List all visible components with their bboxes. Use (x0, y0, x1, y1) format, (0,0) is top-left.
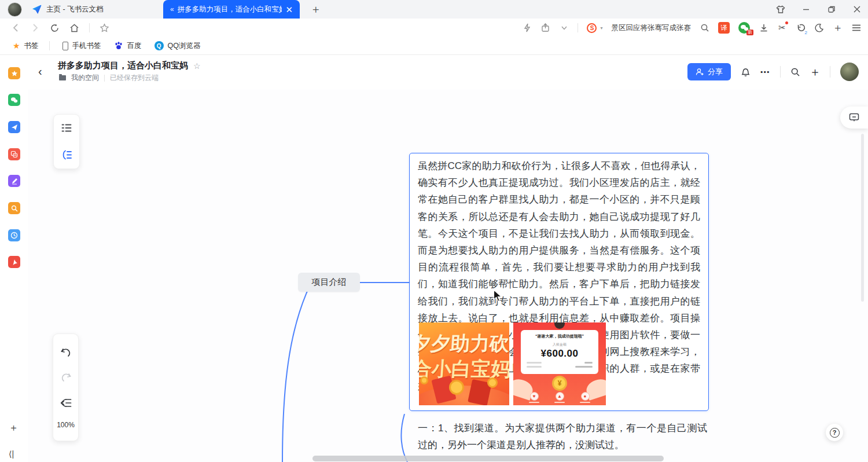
payment-amount-label: 入账金额 (521, 342, 598, 347)
redo-button[interactable] (59, 371, 73, 384)
mindmap-canvas[interactable]: 100% 项目介绍 虽然拼CC家的助力和砍价行为，让很多人不喜欢，但也得承认，确… (28, 90, 868, 462)
wechat-plugin-icon[interactable]: 新 (738, 22, 750, 34)
add-panel-icon[interactable]: ＋ (833, 23, 843, 33)
feishu-docs-favicon (32, 5, 42, 14)
translate-app-icon[interactable]: A (8, 148, 20, 160)
comment-icon (849, 113, 859, 122)
outline-view-button[interactable] (60, 121, 73, 135)
bookmark-folder-main[interactable]: ★ 书签 (13, 41, 39, 51)
bookmark-star-icon[interactable] (100, 23, 109, 33)
main-content-node[interactable]: 虽然拼CC家的助力和砍价行为，让很多人不喜欢，但也得承认，确实有不少人也真正提现… (409, 153, 709, 411)
sogou-search-logo[interactable]: S (587, 23, 597, 33)
payment-amount: ¥600.00 (521, 348, 598, 360)
baidu-paw-icon (114, 41, 123, 50)
help-button[interactable]: ? (826, 424, 843, 441)
screenshot-scissors-icon[interactable]: ✂ (777, 23, 787, 33)
minimize-icon[interactable] (801, 4, 811, 14)
restore-window-icon[interactable] (826, 4, 837, 14)
share-page-icon[interactable] (540, 23, 550, 33)
share-person-icon (696, 68, 704, 76)
chevron-down-icon[interactable] (559, 23, 569, 33)
window-controls (775, 0, 862, 19)
favorite-star-icon[interactable]: ☆ (193, 61, 201, 71)
history-undo-icon[interactable]: 2 (796, 23, 806, 33)
breadcrumb-space[interactable]: 我的空间 (71, 73, 99, 83)
history-app-icon[interactable] (8, 229, 20, 241)
save-status: 已经保存到云端 (110, 73, 159, 83)
search-engine-dropdown-icon[interactable]: ▾ (600, 25, 602, 31)
star-icon: ★ (13, 41, 20, 50)
browser-toolbar: S ▾ 景区回应将张骞写成张赛 译 新 ✂ 2 (0, 19, 868, 37)
favorites-app-icon[interactable] (8, 67, 20, 79)
qq-browser-icon: Q (155, 41, 164, 50)
doc-back-button[interactable]: ‹ (38, 65, 42, 78)
folder-icon (59, 75, 66, 80)
wechat-app-icon[interactable] (8, 94, 20, 106)
tab-title: 主页 - 飞书云文档 (46, 5, 104, 14)
bottom-progress-bar[interactable] (312, 456, 664, 461)
node-images-row: 夕夕助力砍 合小白宝妈 “谢谢大家，我成功提现啦” 入账金额 ¥600.00 (419, 322, 606, 405)
notifications-bell-icon[interactable] (741, 67, 751, 77)
send-app-icon[interactable] (8, 121, 20, 133)
more-options-icon[interactable]: ⋯ (760, 67, 770, 77)
bookmark-qq-browser[interactable]: Q QQ浏览器 (155, 41, 201, 51)
tab-current-doc[interactable]: « 拼多多助力项目，适合小白和宝妈 - ✕ (163, 0, 300, 19)
view-switch-panel (53, 114, 80, 169)
zoom-level[interactable]: 100% (57, 421, 75, 429)
canvas-tools-panel: 100% (53, 333, 79, 441)
reload-button[interactable] (50, 23, 60, 33)
promo-image-text1: 夕夕助力砍 (419, 331, 509, 357)
browser-profile-avatar[interactable] (8, 2, 22, 17)
new-tab-button[interactable]: ＋ (307, 2, 325, 17)
user-avatar[interactable] (840, 63, 859, 81)
tab-bar: 主页 - 飞书云文档 « 拼多多助力项目，适合小白和宝妈 - ✕ ＋ (0, 0, 868, 19)
step-text-1: 一：1、找到渠道。为大家提供两个助力渠道，有一个是自己测试过的，另外一个渠道是别… (418, 420, 707, 453)
app-sidebar: A ＋ ⟨| (0, 56, 28, 462)
bookmark-label: QQ浏览器 (168, 41, 201, 51)
payment-avatar (554, 322, 565, 329)
payment-dock-icons: ♥ ▲ ● (513, 392, 606, 404)
close-tab-icon[interactable]: ✕ (285, 5, 293, 14)
download-icon[interactable] (759, 23, 768, 33)
search-icon[interactable] (700, 23, 709, 33)
bookmark-label: 书签 (24, 41, 39, 51)
coin-icon: ¥ (552, 376, 567, 391)
phone-icon (62, 42, 68, 50)
share-button[interactable]: 分享 (687, 63, 731, 80)
theme-skin-icon[interactable] (775, 4, 786, 14)
notes-app-icon[interactable] (8, 175, 20, 187)
collapse-sidebar-button[interactable]: ⟨| (9, 449, 14, 459)
back-button[interactable] (10, 23, 20, 33)
forward-button[interactable] (30, 23, 40, 33)
home-button[interactable] (69, 23, 79, 33)
intro-node[interactable]: 项目介绍 (298, 273, 360, 292)
tab-feishu-home[interactable]: 主页 - 飞书云文档 (25, 0, 163, 19)
bookmark-phone[interactable]: 手机书签 (62, 41, 101, 51)
undo-button[interactable] (59, 346, 73, 360)
bookmark-label: 百度 (127, 41, 142, 51)
close-window-icon[interactable] (852, 4, 862, 14)
mindmap-view-button[interactable] (60, 148, 73, 162)
promo-image[interactable]: 夕夕助力砍 合小白宝妈 (419, 322, 509, 405)
share-label: 分享 (708, 67, 723, 77)
document-header: ‹ 拼多多助力项目，适合小白和宝妈 ☆ 我的空间 已经保存到云端 分享 ⋯ (28, 56, 868, 90)
search-app-icon[interactable] (8, 202, 20, 214)
comments-button[interactable] (840, 107, 868, 129)
bookmark-baidu[interactable]: 百度 (114, 41, 142, 51)
translate-icon[interactable]: 译 (718, 22, 730, 34)
payment-screenshot-image[interactable]: “谢谢大家，我成功提现啦” 入账金额 ¥600.00 ¥ ♥ ▲ ● (513, 322, 606, 405)
add-app-button[interactable]: ＋ (9, 421, 19, 434)
night-mode-icon[interactable] (814, 23, 824, 33)
bookmarks-bar: ★ 书签 手机书签 百度 Q QQ浏览器 (0, 37, 868, 55)
doc-search-icon[interactable] (790, 67, 800, 77)
payment-quote: “谢谢大家，我成功提现啦” (521, 333, 598, 339)
menu-icon[interactable] (851, 23, 861, 33)
hot-search-text[interactable]: 景区回应将张骞写成张赛 (612, 23, 692, 33)
vertical-scrollbar[interactable] (861, 134, 864, 302)
bookmark-label: 手机书签 (72, 41, 101, 51)
browser-window: 主页 - 飞书云文档 « 拼多多助力项目，适合小白和宝妈 - ✕ ＋ (0, 0, 868, 462)
new-doc-icon[interactable]: ＋ (810, 67, 820, 77)
flash-accelerate-icon[interactable] (522, 23, 532, 33)
collapse-branches-button[interactable] (59, 396, 73, 410)
pdf-app-icon[interactable] (8, 256, 20, 268)
